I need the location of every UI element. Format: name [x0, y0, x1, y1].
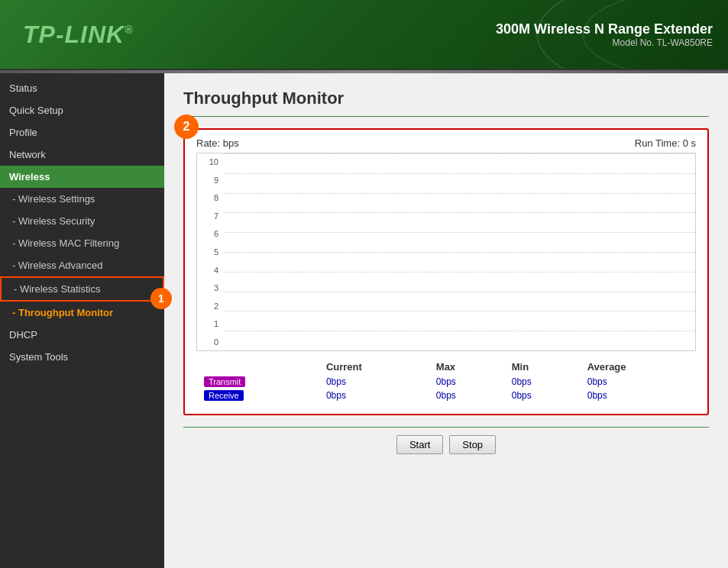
receive-max: 0bps: [429, 389, 504, 402]
runtime-label: Run Time: 0 s: [635, 137, 696, 149]
chart-area: 0 1 2 3 4 5 6 7 8 9 10: [196, 153, 696, 351]
sidebar-item-wireless-settings[interactable]: - Wireless Settings: [0, 188, 164, 210]
main-layout: Status Quick Setup Profile Network Wirel…: [0, 73, 728, 568]
content-area: Throughput Monitor 2 Rate: bps Run Time:…: [164, 73, 728, 568]
page-title: Throughput Monitor: [183, 89, 709, 108]
y-label-9: 9: [197, 176, 218, 185]
rate-label: Rate: bps: [196, 137, 239, 149]
y-label-7: 7: [197, 211, 218, 221]
sidebar-item-network[interactable]: Network: [0, 144, 164, 166]
col-header-type: [196, 359, 319, 375]
header-info: 300M Wireless N Range Extender Model No.…: [496, 21, 713, 48]
sidebar-item-wireless-mac-filtering[interactable]: - Wireless MAC Filtering: [0, 232, 164, 254]
stop-button[interactable]: Stop: [449, 435, 496, 454]
y-label-5: 5: [197, 247, 218, 257]
receive-current: 0bps: [319, 389, 429, 402]
model-number: Model No. TL-WA850RE: [496, 37, 713, 48]
table-row: Receive 0bps 0bps 0bps 0bps: [196, 389, 696, 402]
y-label-8: 8: [197, 193, 218, 202]
transmit-average: 0bps: [580, 375, 696, 389]
col-header-average: Average: [580, 359, 696, 375]
transmit-max: 0bps: [429, 375, 504, 389]
sidebar-item-wireless-statistics[interactable]: - Wireless Statistics: [0, 276, 164, 302]
table-row: Transmit 0bps 0bps 0bps 0bps: [196, 375, 696, 389]
col-header-min: Min: [504, 359, 580, 375]
transmit-current: 0bps: [319, 375, 429, 389]
sidebar-item-dhcp[interactable]: DHCP: [0, 324, 164, 346]
sidebar: Status Quick Setup Profile Network Wirel…: [0, 73, 164, 568]
badge-1: 1: [150, 288, 172, 309]
button-row: Start Stop: [183, 435, 709, 454]
receive-label-cell: Receive: [196, 389, 319, 402]
monitor-wrapper: 2 Rate: bps Run Time: 0 s 0 1 2 3 4 5: [183, 128, 709, 415]
sidebar-item-status[interactable]: Status: [0, 77, 164, 99]
badge-2: 2: [174, 115, 199, 139]
monitor-header: Rate: bps Run Time: 0 s: [196, 137, 696, 149]
bottom-divider: [183, 427, 709, 428]
start-button[interactable]: Start: [396, 435, 443, 454]
sidebar-item-wireless-advanced[interactable]: - Wireless Advanced: [0, 254, 164, 276]
y-label-0: 0: [197, 337, 218, 347]
monitor-box: Rate: bps Run Time: 0 s 0 1 2 3 4 5 6 7: [183, 128, 709, 415]
y-label-6: 6: [197, 229, 218, 238]
header: TP-LINK® 300M Wireless N Range Extender …: [0, 0, 728, 69]
receive-average: 0bps: [580, 389, 696, 402]
sidebar-item-throughput-monitor[interactable]: - Throughput Monitor: [0, 302, 164, 324]
grid-lines: [224, 153, 695, 350]
sidebar-item-profile[interactable]: Profile: [0, 121, 164, 144]
sidebar-item-wireless-security[interactable]: - Wireless Security: [0, 210, 164, 232]
receive-min: 0bps: [504, 389, 580, 402]
logo-text: TP-LINK: [23, 21, 125, 48]
y-label-4: 4: [197, 266, 218, 275]
y-label-10: 10: [197, 157, 218, 166]
title-divider: [183, 116, 709, 117]
y-label-3: 3: [197, 283, 218, 292]
sidebar-item-wireless[interactable]: Wireless: [0, 166, 164, 188]
product-name: 300M Wireless N Range Extender: [496, 21, 713, 37]
y-axis: 0 1 2 3 4 5 6 7 8 9 10: [197, 153, 224, 350]
logo: TP-LINK®: [23, 21, 134, 49]
transmit-label-cell: Transmit: [196, 375, 319, 389]
logo-symbol: ®: [125, 24, 133, 36]
receive-badge: Receive: [204, 390, 244, 401]
y-label-1: 1: [197, 319, 218, 328]
transmit-min: 0bps: [504, 375, 580, 389]
sidebar-item-quick-setup[interactable]: Quick Setup: [0, 99, 164, 121]
y-label-2: 2: [197, 302, 218, 311]
sidebar-item-system-tools[interactable]: System Tools: [0, 346, 164, 368]
transmit-badge: Transmit: [204, 376, 245, 387]
col-header-current: Current: [319, 359, 429, 375]
col-header-max: Max: [429, 359, 504, 375]
stats-table: Current Max Min Average Transmit: [196, 359, 696, 402]
